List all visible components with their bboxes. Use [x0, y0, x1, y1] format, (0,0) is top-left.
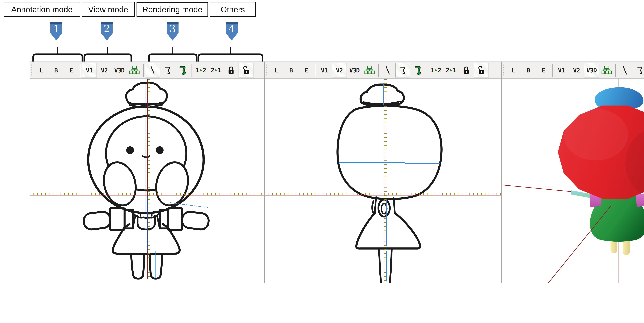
toolbar-button-v1[interactable]: V1 [82, 63, 97, 78]
lock-open-icon [477, 65, 485, 75]
viewports: LBEV1V2V3D1221 [30, 61, 644, 283]
toolbar-separator [552, 64, 552, 77]
canvas-3d-view[interactable] [502, 79, 644, 283]
digit: 2 [202, 67, 206, 74]
toolbar-button-v1[interactable]: V1 [554, 63, 569, 78]
toolbar-button-v3d[interactable]: V3D [347, 63, 362, 78]
curve-icon [634, 65, 644, 76]
callout-arrow-4: 4 [226, 22, 238, 40]
callout-arrow-1: 1 [50, 22, 62, 40]
green-arrow-icon [199, 68, 202, 72]
canvas-side-view[interactable] [265, 79, 502, 283]
toolbar-separator [192, 64, 192, 77]
toolbar-button-label: V3D [114, 67, 124, 74]
curve-icon [162, 65, 173, 76]
toolbar-separator [378, 64, 379, 77]
legend-label: Rendering mode [142, 5, 202, 14]
toolbar-button-unlock[interactable] [238, 63, 254, 78]
front-view-sketch [30, 79, 264, 283]
toolbar-side-view: LBEV1V2V3D1221 [265, 61, 502, 79]
digit: 1 [196, 67, 199, 74]
toolbar-button-label: V2 [573, 67, 580, 74]
toolbar-button-v2[interactable]: V2 [569, 63, 584, 78]
toolbar-button-v2[interactable]: V2 [97, 63, 112, 78]
lock-closed-icon [227, 65, 235, 75]
toolbar-button-line[interactable] [145, 63, 160, 78]
toolbar-button-line[interactable] [617, 63, 632, 78]
toolbar-button-curve[interactable] [632, 63, 644, 78]
toolbar-separator [80, 64, 80, 77]
legend-box-others: Others [210, 2, 256, 17]
toolbar-button-l[interactable]: L [268, 63, 284, 78]
green-arrow-icon [450, 68, 452, 72]
toolbar-button-l[interactable]: L [506, 63, 520, 78]
toolbar-button-map12[interactable]: 12 [428, 63, 444, 78]
toolbar-grip[interactable] [31, 64, 32, 77]
legend-box-annotation-mode: Annotation mode [4, 2, 80, 17]
callout-arrow-2: 2 [101, 22, 113, 40]
toolbar-button-line[interactable] [380, 63, 395, 78]
toolbar-button-tree[interactable] [599, 63, 614, 78]
legend-label: Others [220, 5, 245, 14]
toolbar-button-v1[interactable]: V1 [317, 63, 332, 78]
thick-curve-icon [412, 65, 423, 76]
toolbar-button-curve-green[interactable] [410, 63, 425, 78]
scene-graph-icon [364, 65, 375, 76]
toolbar-button-lock[interactable] [458, 63, 474, 78]
toolbar-button-l[interactable]: L [33, 63, 48, 78]
toolbar-button-b[interactable]: B [520, 63, 536, 78]
toolbar-button-b[interactable]: B [284, 63, 298, 78]
canvas-front-view[interactable] [30, 79, 264, 283]
side-view-sketch [265, 79, 502, 283]
toolbar-button-label: V1 [558, 67, 565, 74]
toolbar-button-e[interactable]: E [64, 63, 78, 78]
digit: 2 [211, 67, 214, 74]
toolbar-button-v2[interactable]: V2 [332, 63, 347, 78]
straight-line-icon [620, 65, 630, 76]
panel-side-view: LBEV1V2V3D1221 [264, 61, 502, 283]
toolbar-button-map21[interactable]: 21 [208, 63, 224, 78]
scene-graph-icon [601, 65, 612, 76]
group-braces [0, 42, 270, 64]
toolbar-front-view: LBEV1V2V3D1221 [30, 61, 264, 79]
toolbar-button-label: L [274, 67, 278, 74]
toolbar-button-b[interactable]: B [48, 63, 64, 78]
callout-number: 4 [228, 23, 235, 35]
toolbar-button-label: L [511, 67, 515, 74]
toolbar-button-label: E [304, 67, 308, 74]
toolbar-button-unlock[interactable] [474, 63, 489, 78]
toolbar-button-label: V2 [336, 67, 343, 74]
toolbar-grip[interactable] [503, 64, 504, 77]
character-side-outline [338, 84, 442, 283]
toolbar-button-curve-green[interactable] [175, 63, 190, 78]
toolbar-separator [616, 64, 616, 77]
toolbar-button-tree[interactable] [127, 63, 142, 78]
green-arrow-icon [434, 68, 438, 72]
toolbar-button-e[interactable]: E [298, 63, 314, 78]
thick-curve-icon [177, 65, 188, 76]
toolbar-button-curve[interactable] [160, 63, 175, 78]
legend-box-rendering-mode: Rendering mode [136, 2, 208, 17]
toolbar-button-lock[interactable] [224, 63, 238, 78]
callout-number: 3 [169, 23, 176, 35]
digit: 1 [453, 67, 456, 74]
legend-label: View mode [88, 5, 128, 14]
toolbar-button-tree[interactable] [362, 63, 377, 78]
toolbar-button-map21[interactable]: 21 [444, 63, 458, 78]
toolbar-grip[interactable] [266, 64, 267, 77]
toolbar-button-curve[interactable] [395, 63, 410, 78]
callout-arrow-3: 3 [167, 22, 178, 40]
toolbar-button-label: B [526, 67, 530, 74]
toolbar-button-map12[interactable]: 12 [193, 63, 208, 78]
digit: 1 [218, 67, 221, 74]
digit: 1 [431, 67, 434, 74]
3d-model [558, 87, 644, 255]
toolbar-button-v3d[interactable]: V3D [112, 63, 127, 78]
toolbar-button-label: E [542, 67, 545, 74]
toolbar-button-v3d[interactable]: V3D [584, 63, 599, 78]
lock-open-icon [242, 65, 250, 75]
toolbar-separator [426, 64, 427, 77]
lock-closed-icon [462, 65, 470, 75]
toolbar-button-e[interactable]: E [536, 63, 551, 78]
toolbar-button-label: B [289, 67, 293, 74]
